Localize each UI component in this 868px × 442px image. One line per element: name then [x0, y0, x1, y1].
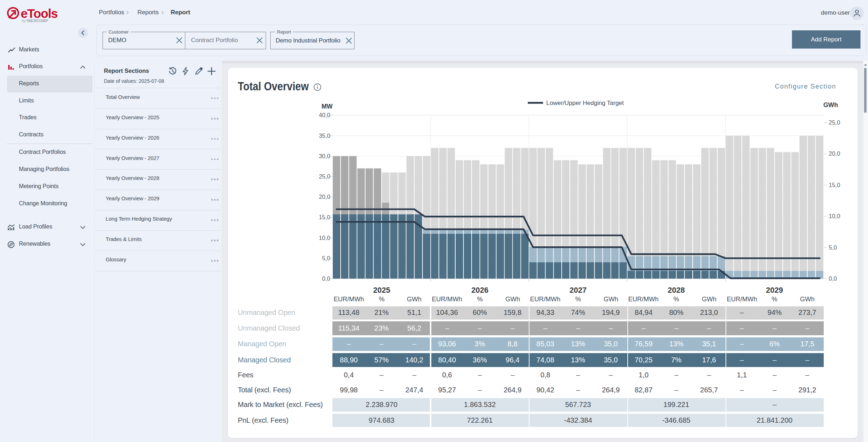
svg-text:25,0: 25,0	[829, 119, 840, 126]
svg-text:15,0: 15,0	[829, 182, 840, 188]
svg-text:20,0: 20,0	[319, 194, 330, 200]
svg-text:35,0: 35,0	[319, 132, 330, 139]
svg-text:25,0: 25,0	[319, 173, 330, 180]
svg-text:0,0: 0,0	[829, 275, 837, 282]
svg-text:5,0: 5,0	[322, 255, 330, 261]
svg-text:20,0: 20,0	[829, 150, 840, 157]
svg-text:0,0: 0,0	[322, 275, 330, 282]
svg-text:15,0: 15,0	[319, 214, 330, 220]
svg-text:5,0: 5,0	[829, 244, 837, 251]
svg-text:MW: MW	[321, 103, 333, 110]
svg-text:10,0: 10,0	[829, 213, 840, 219]
svg-text:40,0: 40,0	[319, 112, 330, 118]
svg-text:Lower/Upper Hedging Target: Lower/Upper Hedging Target	[546, 100, 624, 106]
svg-text:GWh: GWh	[823, 101, 838, 109]
svg-text:by INERCOMP: by INERCOMP	[22, 19, 48, 23]
svg-text:10,0: 10,0	[319, 235, 330, 241]
svg-text:30,0: 30,0	[319, 153, 330, 159]
